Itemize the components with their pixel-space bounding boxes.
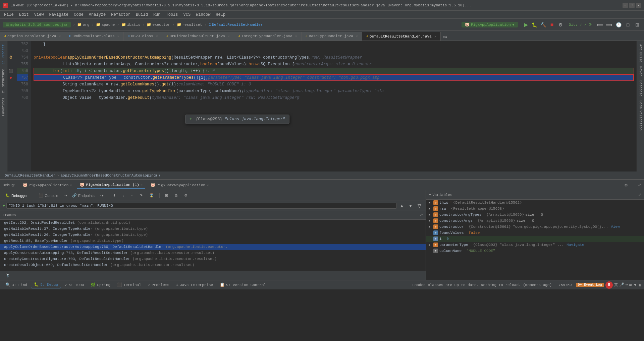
code-content[interactable]: } private boolean applyColumnOrderBasedC… — [31, 41, 637, 172]
variables-expand-icon[interactable]: ⤢ — [638, 193, 641, 197]
var-column-name[interactable]: ▶ P columnName = "MODULE_CODE" — [426, 248, 644, 254]
menu-analyze[interactable]: Analyze — [86, 12, 108, 18]
tab-close-2[interactable]: ✕ — [117, 34, 119, 38]
split-layout-button[interactable]: ⧉ — [172, 193, 180, 198]
tab-basetypehandler[interactable]: J BaseTypeHandler.java ✕ — [302, 32, 362, 41]
var-expand-cat[interactable]: ▶ — [429, 213, 432, 217]
frame-item-5[interactable]: applyColumnOrderBasedConstructorAutomapp… — [0, 244, 426, 250]
restore-layout-button[interactable]: ⊞ — [162, 193, 171, 198]
var-constructor-args[interactable]: ▶ P constructorArgs = {ArrayList@15660} … — [426, 218, 644, 224]
frame-item-7[interactable]: createByConstructorSignature:703, Defaul… — [0, 256, 426, 262]
menu-vcs[interactable]: VCS — [181, 12, 194, 18]
run-button[interactable]: ▶ — [522, 21, 530, 29]
debug-tab-close-2[interactable]: ✕ — [141, 183, 143, 187]
menu-refactor[interactable]: Refactor — [108, 12, 133, 18]
var-found-values[interactable]: ▶ P foundValues = false — [426, 230, 644, 236]
debug-tab-close-3[interactable]: ✕ — [207, 183, 209, 187]
step-into-button[interactable]: ↓ — [120, 193, 127, 198]
var-parameter-type[interactable]: ▶ P parameterType = {Class@293} "class j… — [426, 242, 644, 248]
tab-overflow[interactable]: ≡4 — [441, 34, 449, 41]
frame-item-4[interactable]: getResult:85, BaseTypeHandler (org.apach… — [0, 238, 426, 244]
menu-run[interactable]: Run — [151, 12, 163, 18]
frames-expand-icon[interactable]: ⤢ — [420, 213, 423, 217]
tab-dmdbresultset[interactable]: C DmdbResultSet.class ✕ — [65, 32, 123, 41]
var-expand-constr[interactable]: ▶ — [429, 225, 432, 229]
recent-files-button[interactable]: 🕐 — [614, 21, 623, 29]
evaluate-button[interactable]: ⌛ — [147, 193, 157, 198]
thread-filter-button[interactable]: ▽ — [416, 202, 423, 209]
debug-expand-icon[interactable]: ⤢ — [638, 183, 641, 188]
endpoints-tab-button[interactable]: 🔗 Endpoints — [69, 193, 97, 198]
tab-close-7[interactable]: ✕ — [434, 35, 436, 39]
close-button[interactable]: ✕ — [636, 3, 641, 8]
var-constructor[interactable]: ▶ P constructor = {Constructor@15661} "c… — [426, 224, 644, 230]
tab-druidpooledresultset[interactable]: J DruidPooledResultSet.java ✕ — [162, 32, 234, 41]
nav-class[interactable]: C DefaultResultSetHandler — [209, 23, 263, 27]
debug-button[interactable]: 🐛 — [531, 21, 539, 29]
menu-help[interactable]: Help — [213, 12, 228, 18]
nav-org[interactable]: 📁 org — [77, 22, 90, 27]
tab-close-1[interactable]: ✕ — [59, 34, 61, 38]
var-action-constr[interactable]: View — [611, 225, 620, 229]
side-tab-project[interactable]: 1: Project — [1, 42, 6, 66]
menu-edit[interactable]: Edit — [16, 12, 32, 18]
bottom-tool-find[interactable]: 🔍 3: Find — [3, 282, 30, 288]
bottom-tool-todo[interactable]: ✓ 6: TODO — [62, 282, 87, 288]
layout-button[interactable]: ⊞ — [633, 21, 641, 29]
step-over-button[interactable]: ⬇ — [110, 193, 118, 198]
tab-db2j[interactable]: C DB2J.class ✕ — [124, 32, 162, 41]
event-log[interactable]: 9+ Event Log — [576, 283, 604, 287]
stop-button[interactable]: ■ — [548, 21, 556, 29]
bottom-tool-vcs[interactable]: 📋 9: Version Control — [217, 282, 269, 288]
var-expand-rsw[interactable]: ▶ — [429, 207, 432, 211]
nav-executor[interactable]: 📁 executor — [147, 22, 170, 27]
menu-code[interactable]: Code — [71, 12, 86, 18]
binoculars-button[interactable]: 🔭 — [3, 273, 13, 278]
var-expand-ca[interactable]: ▶ — [429, 219, 432, 223]
side-tab-structure[interactable]: 2: Structure — [1, 67, 6, 95]
frame-item-2[interactable]: getNullableResult:37, IntegerTypeHandler… — [0, 226, 426, 232]
bottom-tool-problems[interactable]: ⚠ Problems — [145, 282, 172, 288]
settings-button[interactable]: ⚙ — [557, 21, 565, 29]
run-cursor-button[interactable]: ↷ — [137, 193, 145, 198]
thread-up-button[interactable]: ▲ — [398, 202, 406, 209]
menu-tools[interactable]: Tools — [163, 12, 181, 18]
forward-button[interactable]: ⟹ — [605, 21, 613, 29]
menu-file[interactable]: File — [1, 12, 16, 18]
bottom-tool-debug[interactable]: 🐛 5: Debug — [31, 281, 61, 288]
menu-window[interactable]: Window — [193, 12, 213, 18]
frame-item-8[interactable]: createResultObject:669, DefaultResultSet… — [0, 262, 426, 268]
nav-ibatis[interactable]: 📁 ibatis — [121, 22, 141, 27]
var-action-pt[interactable]: Navigate — [567, 243, 584, 247]
variables-add-icon[interactable]: + — [429, 193, 431, 197]
menu-view[interactable]: View — [32, 12, 47, 18]
tab-integertypehandler[interactable]: J IntegerTypeHandler.java ✕ — [234, 32, 302, 41]
side-tab-favorites[interactable]: Favorites — [1, 96, 6, 118]
var-constructor-arg-types[interactable]: ▶ P constructorArgTypes = {ArrayList@156… — [426, 212, 644, 218]
bottom-tool-terminal[interactable]: ⬛ Terminal — [114, 282, 144, 288]
build-button[interactable]: 🔨 — [539, 21, 547, 29]
minimize-button[interactable]: — — [623, 3, 628, 8]
tab-defaultresultsethandler[interactable]: J DefaultResultSetHandler.java ✕ — [362, 32, 441, 41]
frame-item-6[interactable]: applyConstructorAutomapping:748, Default… — [0, 250, 426, 256]
code-area[interactable]: @ ⬛ ● 752 753 754 755 756 757 — [7, 41, 637, 172]
side-tab-art-build[interactable]: Art Build — [638, 42, 643, 64]
var-this[interactable]: ▶ P this = {DefaultResultSetHandler@1556… — [426, 200, 644, 206]
bc-handler[interactable]: DefaultResultSetHandler — [5, 174, 56, 178]
tab-ceptiontranslator[interactable]: J ceptionTranslator.java ✕ — [0, 32, 65, 41]
menu-navigate[interactable]: Navigate — [46, 12, 71, 18]
thread-down-button[interactable]: ▼ — [407, 202, 414, 209]
step-out-button[interactable]: ↑ — [128, 193, 136, 198]
frame-item-3[interactable]: getNullableResult:26, IntegerTypeHandler… — [0, 232, 426, 238]
side-tab-maven[interactable]: Maven — [638, 64, 643, 78]
debug-minimize-icon[interactable]: — — [632, 183, 634, 188]
bottom-tool-spring[interactable]: 🌿 Spring — [88, 282, 113, 288]
nav-resultset[interactable]: 📁 resultset — [177, 22, 202, 27]
run-config[interactable]: 🐷 PigxAppApplication ▼ — [462, 22, 518, 27]
debug-tab-pigxadmin[interactable]: 🐷 PigxAdminApplication (1) ✕ — [77, 181, 145, 189]
debug-settings-icon[interactable]: ⚙ — [625, 182, 627, 188]
bottom-tool-java-enterprise[interactable]: ☕ Java Enterprise — [173, 282, 216, 288]
side-tab-database[interactable]: Database — [638, 78, 643, 98]
var-i[interactable]: ▶ P i = 0 — [426, 236, 644, 242]
bookmark-button[interactable]: □ — [624, 21, 632, 29]
